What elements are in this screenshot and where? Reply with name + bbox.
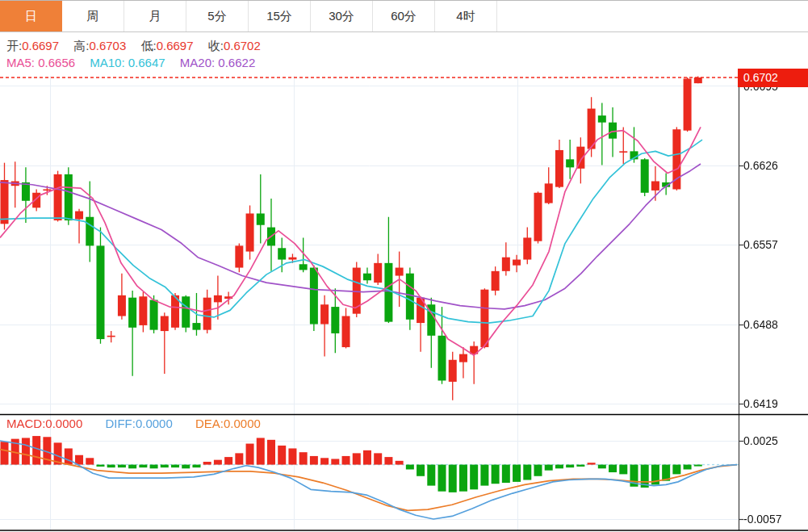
tab-4hour[interactable]: 4时 xyxy=(435,1,497,31)
tab-5min[interactable]: 5分 xyxy=(186,1,249,31)
timeframe-tabbar: 日 周 月 5分 15分 30分 60分 4时 xyxy=(0,0,808,32)
tab-30min[interactable]: 30分 xyxy=(311,1,373,31)
ma20-value: MA20: 0.6622 xyxy=(180,56,255,69)
price-tick-4: 0.6419 xyxy=(743,396,778,411)
macd-info-row: MACD:0.0000 DIFF:0.0000 DEA:0.0000 xyxy=(6,417,280,430)
diff-value: DIFF:0.0000 xyxy=(105,417,172,430)
candlestick-macd-chart-canvas[interactable] xyxy=(0,71,808,532)
tab-week[interactable]: 周 xyxy=(62,1,124,31)
price-tick-2: 0.6557 xyxy=(743,237,778,252)
macd-value: MACD:0.0000 xyxy=(6,417,82,430)
tab-15min[interactable]: 15分 xyxy=(249,1,311,31)
ma10-value: MA10: 0.6647 xyxy=(90,56,165,69)
open-value: 开:0.6697 xyxy=(6,39,59,52)
close-value: 收:0.6702 xyxy=(208,39,261,52)
ohlc-info-row: 开:0.6697 高:0.6703 低:0.6697 收:0.6702 xyxy=(6,39,272,54)
tab-month[interactable]: 月 xyxy=(124,1,186,31)
tab-60min[interactable]: 60分 xyxy=(373,1,435,31)
price-tick-3: 0.6488 xyxy=(743,317,778,332)
ma5-value: MA5: 0.6656 xyxy=(6,56,75,69)
trading-chart-app: 日 周 月 5分 15分 30分 60分 4时 开:0.6697 高:0.670… xyxy=(0,0,808,532)
ma-info-row: MA5: 0.6656 MA10: 0.6647 MA20: 0.6622 xyxy=(6,56,266,69)
price-tick-1: 0.6626 xyxy=(743,158,778,173)
current-price-badge: 0.6702 xyxy=(738,69,808,87)
high-value: 高:0.6703 xyxy=(73,39,126,52)
dea-value: DEA:0.0000 xyxy=(195,417,261,430)
low-value: 低:0.6697 xyxy=(140,39,193,52)
macd-tick-1: -0.0057 xyxy=(743,512,781,526)
macd-tick-0: 0.0025 xyxy=(743,434,778,448)
tab-day[interactable]: 日 xyxy=(0,1,62,31)
